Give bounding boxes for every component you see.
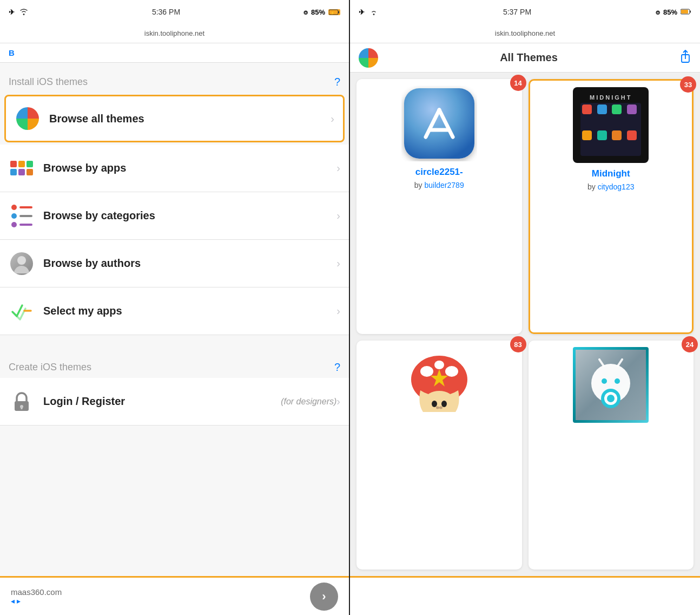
browse-all-label: Browse all themes [49, 113, 331, 125]
ad-small-arrows: ◂ ▸ [11, 597, 62, 605]
right-header: All Themes [350, 43, 700, 73]
browse-by-categories-item[interactable]: Browse by categories › [0, 192, 349, 240]
left-bookmark-bar: B [0, 43, 349, 63]
browse-by-apps-item[interactable]: Browse by apps › [0, 145, 349, 192]
theme-image-marshmallow [573, 347, 649, 423]
theme-badge-midnight: 33 [680, 76, 696, 93]
bookmark-label: B [9, 48, 15, 57]
share-button[interactable] [679, 49, 691, 67]
install-help-icon[interactable]: ? [334, 76, 340, 88]
right-panel: ✈ 5:37 PM ⌾ 85% iskin.tooliphone.net All… [350, 0, 700, 615]
theme-name-circle2251: circle2251- [415, 167, 463, 178]
browse-apps-label: Browse by apps [43, 162, 336, 174]
svg-rect-1 [338, 11, 339, 13]
theme-image-midnight: MIDNIGHT [573, 87, 649, 163]
browse-authors-chevron: › [336, 257, 340, 270]
svg-line-13 [426, 110, 439, 137]
right-header-title: All Themes [500, 51, 558, 64]
wifi-icon [19, 8, 29, 17]
left-status-bar: ✈ 5:36 PM ⌾ 85% ⚡ [0, 0, 349, 24]
svg-point-18 [445, 366, 458, 377]
theme-author-name-midnight: citydog123 [598, 182, 635, 191]
svg-point-34 [607, 395, 615, 402]
theme-badge-marshmallow: 24 [682, 336, 698, 352]
svg-point-25 [439, 407, 443, 409]
section-divider [0, 335, 349, 348]
create-help-icon[interactable]: ? [334, 361, 340, 374]
right-logo [359, 48, 378, 68]
svg-point-21 [425, 391, 453, 408]
login-sublabel: (for designers) [281, 397, 336, 407]
login-icon [9, 389, 35, 415]
login-label: Login / Register [43, 395, 278, 408]
browse-apps-chevron: › [336, 162, 340, 174]
svg-point-19 [434, 361, 444, 369]
browse-all-themes-item[interactable]: Browse all themes › [4, 95, 345, 142]
install-section-header: Install iOS themes ? [0, 63, 349, 93]
svg-rect-9 [690, 10, 691, 12]
right-url: iskin.tooliphone.net [495, 29, 555, 37]
select-apps-chevron: › [336, 305, 340, 317]
right-airplane-icon: ✈ [359, 8, 365, 16]
right-time: 5:37 PM [503, 8, 531, 16]
browse-authors-label: Browse by authors [43, 257, 336, 270]
arrow-right-icon: ▸ [17, 597, 21, 605]
browse-categories-icon [9, 203, 35, 229]
theme-image-mushroom [401, 347, 477, 423]
svg-point-22 [432, 401, 437, 407]
create-section-header: Create iOS themes ? [0, 348, 349, 378]
right-status-left: ✈ [359, 8, 379, 17]
theme-card-mushroom[interactable]: 83 [356, 341, 522, 570]
airplane-icon: ✈ [9, 8, 15, 16]
theme-name-midnight: Midnight [592, 168, 630, 179]
select-apps-icon [9, 298, 35, 324]
theme-card-circle2251[interactable]: 14 circle2251- by builder2789 [356, 79, 522, 334]
battery-percent: 85% [311, 8, 325, 16]
battery-icon: ⚡ [328, 9, 340, 15]
browse-all-icon [15, 106, 41, 132]
left-address-bar[interactable]: iskin.tooliphone.net [0, 24, 349, 43]
right-bluetooth-icon: ⌾ [656, 8, 660, 16]
ad-text: maas360.com [11, 587, 62, 597]
ad-bar: maas360.com ◂ ▸ › [0, 576, 349, 615]
theme-card-midnight[interactable]: 33 MIDNIGHT Midnight [529, 79, 694, 334]
theme-image-circle2251 [401, 86, 477, 161]
login-register-item[interactable]: Login / Register (for designers) › [0, 378, 349, 426]
right-address-bar[interactable]: iskin.tooliphone.net [350, 24, 700, 43]
browse-categories-chevron: › [336, 210, 340, 222]
left-time: 5:36 PM [152, 8, 180, 16]
left-url: iskin.tooliphone.net [144, 29, 204, 37]
select-my-apps-item[interactable]: Select my apps › [0, 287, 349, 335]
svg-point-24 [436, 407, 439, 409]
select-apps-label: Select my apps [43, 305, 336, 317]
browse-by-authors-item[interactable]: Browse by authors › [0, 240, 349, 287]
browse-authors-icon [9, 251, 35, 277]
browse-categories-label: Browse by categories [43, 210, 336, 222]
svg-point-31 [615, 378, 620, 384]
svg-rect-7 [21, 407, 23, 409]
right-status-bar: ✈ 5:37 PM ⌾ 85% [350, 0, 700, 24]
theme-author-name-circle2251: builder2789 [425, 181, 464, 189]
right-battery-icon [681, 8, 691, 16]
left-panel: ✈ 5:36 PM ⌾ 85% ⚡ iskin.tooliphone.net B [0, 0, 350, 615]
svg-line-14 [439, 110, 453, 137]
right-status-right: ⌾ 85% [656, 8, 691, 16]
svg-text:⚡: ⚡ [331, 11, 335, 15]
right-battery-percent: 85% [663, 8, 677, 16]
bluetooth-icon: ⌾ [303, 8, 308, 16]
status-icons-left: ✈ [9, 8, 29, 17]
right-bottom-bar [350, 576, 700, 615]
create-section-title: Create iOS themes [9, 362, 91, 373]
ad-next-button[interactable]: › [310, 583, 338, 611]
theme-badge-mushroom: 83 [510, 336, 526, 352]
login-chevron: › [336, 395, 340, 408]
arrow-left-icon: ◂ [11, 597, 15, 605]
right-wifi-icon [369, 8, 379, 17]
themes-grid: 14 circle2251- by builder2789 33 [350, 73, 700, 576]
theme-author-midnight: by citydog123 [587, 182, 634, 191]
left-status-right: ⌾ 85% ⚡ [303, 8, 340, 16]
install-section-title: Install iOS themes [9, 76, 88, 88]
theme-card-marshmallow[interactable]: 24 [529, 341, 694, 570]
theme-author-circle2251: by builder2789 [414, 181, 464, 189]
svg-rect-10 [681, 10, 688, 14]
